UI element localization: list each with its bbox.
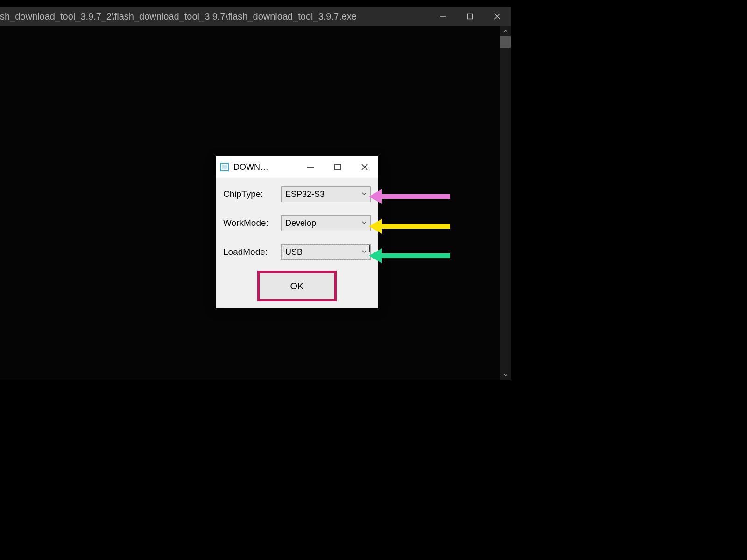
minimize-icon — [307, 167, 314, 168]
chevron-up-icon — [503, 28, 508, 34]
annotation-arrow-chiptype — [369, 193, 450, 200]
work-mode-label: WorkMode: — [223, 218, 281, 228]
dialog-titlebar: DOWNL… — [216, 156, 378, 178]
load-mode-label: LoadMode: — [223, 247, 281, 257]
arrow-shaft — [382, 224, 450, 229]
chevron-down-icon — [361, 218, 367, 228]
minimize-icon — [440, 13, 446, 20]
load-mode-row: LoadMode: USB — [223, 244, 371, 260]
svg-rect-1 — [468, 14, 473, 19]
ok-button[interactable]: OK — [260, 273, 334, 299]
dialog-close-button[interactable] — [351, 156, 378, 178]
download-config-dialog: DOWNL… ChipType: ESP32-S3 WorkMode: — [216, 156, 378, 308]
close-button[interactable] — [484, 7, 511, 26]
dialog-title: DOWNL… — [233, 162, 271, 172]
chip-type-select[interactable]: ESP32-S3 — [281, 186, 371, 202]
load-mode-select[interactable]: USB — [281, 244, 371, 260]
arrow-shaft — [382, 194, 450, 199]
dialog-window-controls — [297, 156, 378, 178]
chevron-down-icon — [361, 189, 367, 199]
scroll-up-arrow[interactable] — [500, 26, 511, 36]
chevron-down-icon — [503, 372, 508, 378]
ok-row: OK — [223, 273, 371, 299]
maximize-button[interactable] — [457, 7, 484, 26]
chip-type-label: ChipType: — [223, 189, 281, 199]
chevron-down-icon — [361, 247, 367, 257]
scroll-down-arrow[interactable] — [500, 370, 511, 380]
work-mode-select[interactable]: Develop — [281, 215, 371, 231]
arrow-head-icon — [369, 189, 382, 204]
console-titlebar: sh_download_tool_3.9.7_2\flash_download_… — [0, 7, 511, 26]
arrow-shaft — [382, 253, 450, 258]
ok-button-label: OK — [290, 281, 304, 292]
app-icon — [219, 162, 230, 172]
minimize-button[interactable] — [430, 7, 457, 26]
vertical-scrollbar[interactable] — [500, 26, 511, 380]
scroll-thumb[interactable] — [500, 36, 511, 48]
dialog-body: ChipType: ESP32-S3 WorkMode: Develop Loa… — [216, 178, 378, 308]
chip-type-row: ChipType: ESP32-S3 — [223, 186, 371, 202]
svg-rect-7 — [335, 164, 340, 170]
work-mode-row: WorkMode: Develop — [223, 215, 371, 231]
dialog-minimize-button[interactable] — [297, 156, 324, 178]
chip-type-value: ESP32-S3 — [285, 189, 324, 199]
svg-rect-5 — [222, 165, 227, 169]
work-mode-value: Develop — [285, 218, 316, 228]
console-window-controls — [430, 7, 511, 26]
maximize-icon — [467, 13, 473, 20]
arrow-head-icon — [369, 248, 382, 263]
close-icon — [494, 13, 500, 20]
annotation-arrow-loadmode — [369, 252, 450, 259]
maximize-icon — [334, 164, 341, 170]
load-mode-value: USB — [285, 247, 303, 257]
arrow-head-icon — [369, 219, 382, 234]
annotation-arrow-workmode — [369, 223, 450, 230]
console-title-text: sh_download_tool_3.9.7_2\flash_download_… — [0, 11, 357, 22]
dialog-maximize-button[interactable] — [324, 156, 351, 178]
close-icon — [361, 164, 368, 170]
